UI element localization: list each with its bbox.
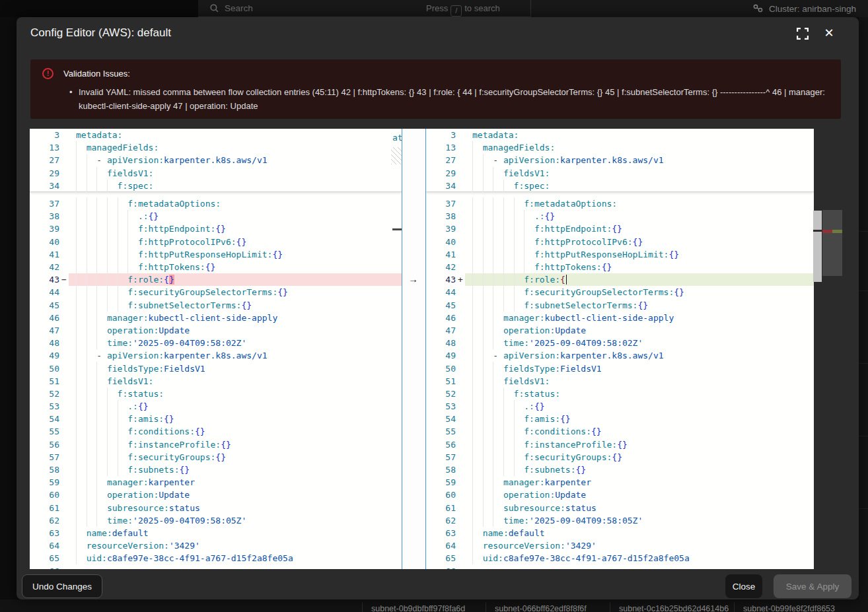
code-text[interactable]: uid: c8afe97e-38cc-4f91-a767-d15f2a8fe05… <box>69 552 402 564</box>
save-apply-button[interactable]: Save & Apply <box>774 574 851 598</box>
code-line-left-43[interactable]: 43−f:role: {} <box>30 273 402 286</box>
code-text[interactable]: f:httpPutResponseHopLimit: {} <box>465 248 814 261</box>
code-text[interactable]: operation: Update <box>69 489 402 501</box>
code-text[interactable]: fieldsType: FieldsV1 <box>465 362 814 374</box>
global-search[interactable]: Search Press/to search <box>198 0 530 17</box>
code-text[interactable]: f:amis: {} <box>465 413 814 425</box>
diff-revert-arrow-icon[interactable]: → <box>408 273 418 285</box>
left-lines[interactable]: 37f:metadataOptions:38.: {}39f:httpEndpo… <box>30 197 402 569</box>
code-text[interactable]: metadata: <box>465 129 814 141</box>
code-text[interactable]: fieldsV1: <box>69 167 402 180</box>
code-text[interactable]: f:subnetSelectorTerms: {} <box>465 299 814 312</box>
close-icon[interactable]: ✕ <box>822 26 836 40</box>
code-text[interactable]: subresource: status <box>465 502 814 514</box>
code-text[interactable]: f:instanceProfile: {} <box>69 438 402 451</box>
code-text[interactable]: name: default <box>69 527 402 539</box>
code-line-left-52[interactable]: 52f:status: <box>30 388 402 400</box>
code-text[interactable]: f:instanceProfile: {} <box>465 438 814 451</box>
code-text[interactable]: f:securityGroupSelectorTerms: {} <box>465 286 814 298</box>
code-line-left-64[interactable]: 64resourceVersion: '3429' <box>30 539 402 552</box>
code-text[interactable]: f:spec: <box>69 180 402 192</box>
code-line-right-45[interactable]: 45f:subnetSelectorTerms: {} <box>426 299 814 312</box>
code-text[interactable]: f:subnets: {} <box>69 463 402 476</box>
code-line-left-55[interactable]: 55f:conditions: {} <box>30 425 402 438</box>
code-text[interactable]: f:httpTokens: {} <box>69 261 402 273</box>
code-text[interactable]: uid: c8afe97e-38cc-4f91-a767-d15f2a8fe05… <box>465 552 814 564</box>
code-line-right-59[interactable]: 59manager: karpenter <box>426 476 814 489</box>
code-line-right-50[interactable]: 50fieldsType: FieldsV1 <box>426 362 814 374</box>
code-text[interactable]: f:amis: {} <box>69 413 402 425</box>
code-line-right-51[interactable]: 51fieldsV1: <box>426 375 814 388</box>
code-text[interactable]: f:httpPutResponseHopLimit: {} <box>69 248 402 261</box>
code-text[interactable]: f:metadataOptions: <box>69 197 402 210</box>
code-text[interactable]: f:httpEndpoint: {} <box>69 222 402 235</box>
code-text[interactable]: f:securityGroupSelectorTerms: {} <box>69 286 402 298</box>
code-line-left-66[interactable]: 66spec: <box>30 564 402 569</box>
code-line-left-61[interactable]: 61subresource: status <box>30 502 402 514</box>
code-line-left-54[interactable]: 54f:amis: {} <box>30 413 402 425</box>
code-text[interactable]: resourceVersion: '3429' <box>69 539 402 552</box>
diff-editor[interactable]: 3metadata:13managedFields:27- apiVersion… <box>30 129 842 569</box>
code-line-right-40[interactable]: 40f:httpProtocolIPv6: {} <box>426 236 814 248</box>
code-line-left-37[interactable]: 37f:metadataOptions: <box>30 197 402 210</box>
code-line-right-60[interactable]: 60operation: Update <box>426 489 814 501</box>
code-line-right-55[interactable]: 55f:conditions: {} <box>426 425 814 438</box>
code-line-left-56[interactable]: 56f:instanceProfile: {} <box>30 438 402 451</box>
code-text[interactable]: subresource: status <box>69 502 402 514</box>
code-line-right-53[interactable]: 53.: {} <box>426 400 814 413</box>
code-line-left-44[interactable]: 44f:securityGroupSelectorTerms: {} <box>30 286 402 298</box>
code-line-right-46[interactable]: 46manager: kubectl-client-side-apply <box>426 312 814 324</box>
code-text[interactable]: manager: karpenter <box>69 476 402 489</box>
code-line-left-62[interactable]: 62time: '2025-09-04T09:58:05Z' <box>30 514 402 527</box>
code-text[interactable]: .: {} <box>69 400 402 413</box>
code-text[interactable]: f:httpEndpoint: {} <box>465 222 814 235</box>
code-line-right-44[interactable]: 44f:securityGroupSelectorTerms: {} <box>426 286 814 298</box>
code-line-left-59[interactable]: 59manager: karpenter <box>30 476 402 489</box>
code-line-left-40[interactable]: 40f:httpProtocolIPv6: {} <box>30 236 402 248</box>
code-text[interactable]: fieldsV1: <box>465 167 814 180</box>
code-line-right-38[interactable]: 38.: {} <box>426 210 814 222</box>
code-text[interactable]: operation: Update <box>465 489 814 501</box>
code-line-sticky-left-29[interactable]: 29fieldsV1: <box>30 167 402 180</box>
code-line-left-51[interactable]: 51fieldsV1: <box>30 375 402 388</box>
code-text[interactable]: f:status: <box>465 388 814 400</box>
code-line-right-42[interactable]: 42f:httpTokens: {} <box>426 261 814 273</box>
code-line-left-65[interactable]: 65uid: c8afe97e-38cc-4f91-a767-d15f2a8fe… <box>30 552 402 564</box>
code-line-right-61[interactable]: 61subresource: status <box>426 502 814 514</box>
code-text[interactable]: f:conditions: {} <box>69 425 402 438</box>
code-line-left-57[interactable]: 57f:securityGroups: {} <box>30 451 402 463</box>
code-line-right-41[interactable]: 41f:httpPutResponseHopLimit: {} <box>426 248 814 261</box>
code-text[interactable]: f:httpTokens: {} <box>465 261 814 273</box>
code-text[interactable]: spec: <box>465 564 814 569</box>
code-text[interactable]: fieldsV1: <box>69 375 402 388</box>
code-text[interactable]: operation: Update <box>465 324 814 337</box>
code-line-left-39[interactable]: 39f:httpEndpoint: {} <box>30 222 402 235</box>
code-text[interactable]: - apiVersion: karpenter.k8s.aws/v1 <box>465 154 814 166</box>
diff-pane-modified[interactable]: 3metadata:13managedFields:27- apiVersion… <box>426 129 814 569</box>
code-text[interactable]: f:status: <box>69 388 402 400</box>
code-line-sticky-left-34[interactable]: 34f:spec: <box>30 180 402 192</box>
code-line-left-63[interactable]: 63name: default <box>30 527 402 539</box>
code-text[interactable]: .: {} <box>465 210 814 222</box>
code-line-left-53[interactable]: 53.: {} <box>30 400 402 413</box>
code-line-right-47[interactable]: 47operation: Update <box>426 324 814 337</box>
code-text[interactable]: name: default <box>465 527 814 539</box>
right-lines[interactable]: 37f:metadataOptions:38.: {}39f:httpEndpo… <box>426 197 814 569</box>
code-line-sticky-right-34[interactable]: 34f:spec: <box>426 180 814 192</box>
code-text[interactable]: f:metadataOptions: <box>465 197 814 210</box>
code-line-sticky-left-27[interactable]: 27- apiVersion: karpenter.k8s.aws/v1 <box>30 154 402 166</box>
code-line-right-43[interactable]: 43+f:role: { <box>426 273 814 286</box>
code-line-right-56[interactable]: 56f:instanceProfile: {} <box>426 438 814 451</box>
code-line-left-45[interactable]: 45f:subnetSelectorTerms: {} <box>30 299 402 312</box>
code-text[interactable]: manager: kubectl-client-side-apply <box>69 312 402 324</box>
code-text[interactable]: f:httpProtocolIPv6: {} <box>69 236 402 248</box>
code-line-left-49[interactable]: 49- apiVersion: karpenter.k8s.aws/v1 <box>30 349 402 362</box>
code-text[interactable]: time: '2025-09-04T09:58:05Z' <box>69 514 402 527</box>
code-text[interactable]: time: '2025-09-04T09:58:02Z' <box>69 337 402 349</box>
code-text[interactable]: f:conditions: {} <box>465 425 814 438</box>
code-line-left-50[interactable]: 50fieldsType: FieldsV1 <box>30 362 402 374</box>
code-line-right-62[interactable]: 62time: '2025-09-04T09:58:05Z' <box>426 514 814 527</box>
code-text[interactable]: fieldsV1: <box>465 375 814 388</box>
code-text[interactable]: f:httpProtocolIPv6: {} <box>465 236 814 248</box>
code-text[interactable]: - apiVersion: karpenter.k8s.aws/v1 <box>69 154 402 166</box>
